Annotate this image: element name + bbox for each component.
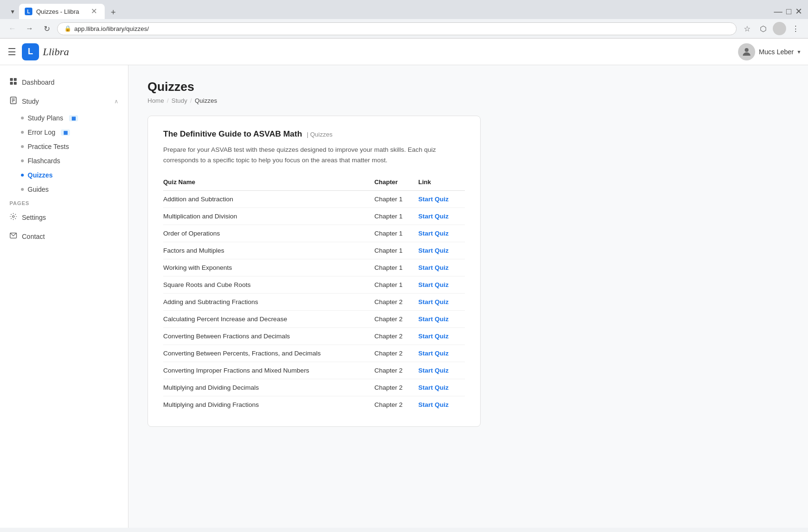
quiz-link-cell: Start Quiz (418, 396, 465, 414)
table-row: Working with Exponents Chapter 1 Start Q… (163, 259, 465, 276)
maximize-button[interactable]: □ (786, 7, 791, 17)
forward-button[interactable]: → (23, 22, 36, 35)
user-dropdown-arrow[interactable]: ▾ (798, 49, 800, 55)
study-plans-badge: ▦ (69, 115, 78, 121)
quiz-name-cell: Factors and Multiples (163, 242, 374, 259)
quiz-chapter-cell: Chapter 1 (374, 225, 418, 242)
tab-label: Quizzes - Llibra (36, 8, 79, 15)
table-row: Converting Improper Fractions and Mixed … (163, 362, 465, 379)
table-row: Addition and Subtraction Chapter 1 Start… (163, 191, 465, 208)
table-row: Calculating Percent Increase and Decreas… (163, 311, 465, 328)
toolbar-actions: ☆ ⬡ ⋮ (740, 22, 802, 35)
start-quiz-link[interactable]: Start Quiz (418, 333, 449, 340)
sidebar-item-quizzes[interactable]: Quizzes (0, 168, 128, 182)
start-quiz-link[interactable]: Start Quiz (418, 196, 449, 203)
start-quiz-link[interactable]: Start Quiz (418, 247, 449, 254)
quiz-chapter-cell: Chapter 2 (374, 379, 418, 396)
active-tab[interactable]: L Quizzes - Llibra ✕ (19, 4, 105, 19)
svg-rect-2 (14, 78, 17, 81)
reload-button[interactable]: ↻ (40, 22, 53, 35)
start-quiz-link[interactable]: Start Quiz (418, 401, 449, 408)
sidebar-item-guides[interactable]: Guides (0, 182, 128, 197)
sidebar-item-contact[interactable]: Contact (0, 227, 128, 246)
quiz-card-header: The Definitive Guide to ASVAB Math | Qui… (163, 129, 465, 139)
quiz-name-cell: Converting Between Fractions and Decimal… (163, 328, 374, 345)
quiz-chapter-cell: Chapter 1 (374, 242, 418, 259)
start-quiz-link[interactable]: Start Quiz (418, 281, 449, 288)
table-row: Factors and Multiples Chapter 1 Start Qu… (163, 242, 465, 259)
table-row: Multiplication and Division Chapter 1 St… (163, 208, 465, 225)
sidebar: Dashboard Study ∧ Study Plans ▦ Error Lo… (0, 65, 128, 528)
quiz-name-cell: Order of Operations (163, 225, 374, 242)
sidebar-item-study[interactable]: Study ∧ (0, 92, 128, 111)
back-button[interactable]: ← (6, 22, 19, 35)
quiz-name-cell: Adding and Subtracting Fractions (163, 294, 374, 311)
breadcrumb-study[interactable]: Study (171, 97, 187, 104)
tab-close-button[interactable]: ✕ (91, 8, 97, 15)
study-plans-dot (21, 117, 24, 119)
col-link: Link (418, 175, 465, 191)
start-quiz-link[interactable]: Start Quiz (418, 213, 449, 220)
error-log-label: Error Log (28, 128, 55, 136)
error-log-badge: ▦ (61, 129, 70, 136)
quiz-name-cell: Calculating Percent Increase and Decreas… (163, 311, 374, 328)
url-text: app.llibra.io/library/quizzes/ (74, 25, 729, 32)
quiz-link-cell: Start Quiz (418, 276, 465, 294)
extension-button[interactable]: ⬡ (757, 22, 770, 35)
sidebar-item-error-log[interactable]: Error Log ▦ (0, 125, 128, 139)
quiz-chapter-cell: Chapter 1 (374, 191, 418, 208)
minimize-button[interactable]: — (774, 7, 782, 17)
quiz-chapter-cell: Chapter 1 (374, 259, 418, 276)
quiz-link-cell: Start Quiz (418, 362, 465, 379)
sidebar-item-settings[interactable]: Settings (0, 208, 128, 227)
quiz-description: Prepare for your ASVAB test with these q… (163, 145, 465, 165)
svg-rect-3 (10, 82, 13, 85)
sidebar-item-flashcards[interactable]: Flashcards (0, 154, 128, 168)
start-quiz-link[interactable]: Start Quiz (418, 264, 449, 271)
window-controls: — □ ✕ (774, 6, 802, 17)
settings-label: Settings (22, 214, 46, 221)
start-quiz-link[interactable]: Start Quiz (418, 384, 449, 391)
start-quiz-link[interactable]: Start Quiz (418, 298, 449, 305)
dashboard-icon (10, 78, 17, 87)
table-row: Order of Operations Chapter 1 Start Quiz (163, 225, 465, 242)
page-title: Quizzes (148, 79, 789, 94)
user-name[interactable]: Mucs Leber (759, 48, 794, 56)
address-bar[interactable]: 🔒 app.llibra.io/library/quizzes/ (57, 22, 737, 35)
breadcrumb-home[interactable]: Home (148, 97, 164, 104)
sidebar-item-study-plans[interactable]: Study Plans ▦ (0, 111, 128, 125)
table-row: Multiplying and Dividing Fractions Chapt… (163, 396, 465, 414)
table-row: Adding and Subtracting Fractions Chapter… (163, 294, 465, 311)
table-row: Converting Between Percents, Fractions, … (163, 345, 465, 362)
bookmark-button[interactable]: ☆ (740, 22, 754, 35)
dashboard-label: Dashboard (22, 79, 55, 86)
new-tab-button[interactable]: + (107, 6, 120, 19)
quiz-link-cell: Start Quiz (418, 345, 465, 362)
start-quiz-link[interactable]: Start Quiz (418, 350, 449, 357)
browser-chrome: ▾ L Quizzes - Llibra ✕ + — □ ✕ ← → ↻ 🔒 a… (0, 0, 808, 39)
table-row: Square Roots and Cube Roots Chapter 1 St… (163, 276, 465, 294)
menu-button[interactable]: ⋮ (789, 22, 802, 35)
start-quiz-link[interactable]: Start Quiz (418, 230, 449, 237)
start-quiz-link[interactable]: Start Quiz (418, 367, 449, 374)
hamburger-button[interactable]: ☰ (8, 46, 16, 58)
profile-button[interactable] (773, 22, 786, 35)
svg-rect-1 (10, 78, 13, 81)
quiz-chapter-cell: Chapter 2 (374, 396, 418, 414)
quiz-name-cell: Converting Improper Fractions and Mixed … (163, 362, 374, 379)
tab-selector[interactable]: ▾ (6, 4, 19, 19)
quiz-chapter-cell: Chapter 2 (374, 328, 418, 345)
app-wrapper: ☰ L Llibra Mucs Leber ▾ Dashboard (0, 39, 808, 528)
sidebar-item-dashboard[interactable]: Dashboard (0, 73, 128, 92)
table-row: Multiplying and Dividing Decimals Chapte… (163, 379, 465, 396)
quiz-name-cell: Square Roots and Cube Roots (163, 276, 374, 294)
quiz-link-cell: Start Quiz (418, 328, 465, 345)
quiz-link-cell: Start Quiz (418, 191, 465, 208)
browser-title-bar: ▾ L Quizzes - Llibra ✕ + — □ ✕ (0, 0, 808, 19)
start-quiz-link[interactable]: Start Quiz (418, 315, 449, 323)
close-button[interactable]: ✕ (795, 6, 802, 17)
sidebar-item-practice-tests[interactable]: Practice Tests (0, 139, 128, 154)
quiz-name-cell: Multiplying and Dividing Decimals (163, 379, 374, 396)
app-logo: L Llibra (22, 43, 69, 60)
practice-tests-dot (21, 145, 24, 148)
